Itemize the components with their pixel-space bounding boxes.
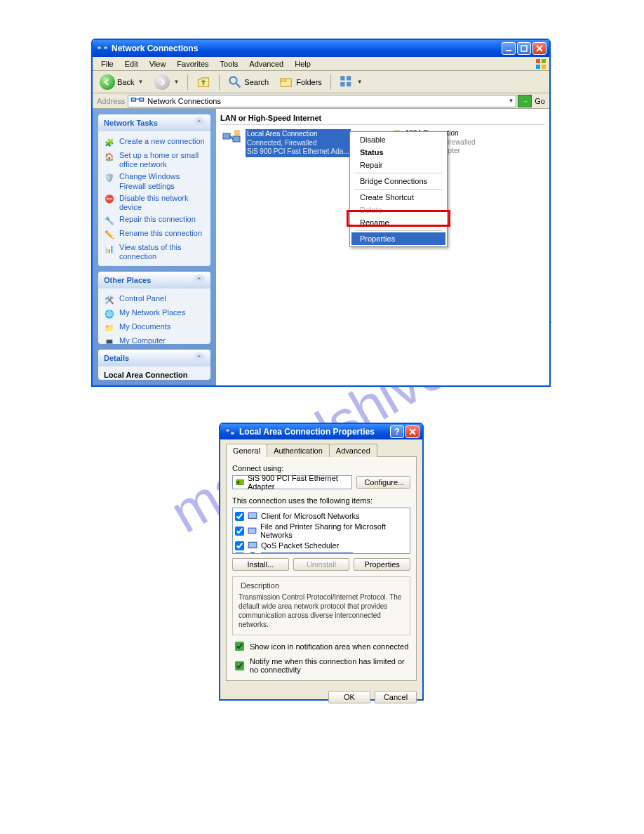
titlebar[interactable]: Network Connections <box>93 40 549 57</box>
link-my-documents[interactable]: 📁My Documents <box>104 321 205 335</box>
separator <box>354 230 443 231</box>
search-button[interactable]: Search <box>224 73 273 91</box>
address-value: Network Connections <box>147 97 221 105</box>
windows-flag-icon <box>535 58 546 70</box>
cancel-button[interactable]: Cancel <box>375 691 417 703</box>
menu-favorites[interactable]: Favorites <box>171 58 214 70</box>
svg-rect-25 <box>235 131 239 135</box>
menu-edit[interactable]: Edit <box>119 58 144 70</box>
notify-checkbox-row[interactable]: Notify me when this connection has limit… <box>232 657 410 674</box>
menu-help[interactable]: Help <box>289 58 316 70</box>
install-button[interactable]: Install... <box>232 558 289 571</box>
ctx-bridge[interactable]: Bridge Connections <box>351 175 445 187</box>
connection-name: Local Area Connection <box>247 130 349 139</box>
address-label: Address <box>94 97 128 105</box>
control-panel-icon: 🛠️ <box>104 294 115 305</box>
back-button[interactable]: Back ▼ <box>95 73 147 91</box>
svg-rect-17 <box>340 82 344 86</box>
task-disable-device[interactable]: ⛔Disable this network device <box>104 192 205 213</box>
ctx-create-shortcut[interactable]: Create Shortcut <box>351 191 445 204</box>
item-client-ms-networks[interactable]: Client for Microsoft Networks <box>235 510 408 522</box>
task-rename-connection[interactable]: ✏️Rename this connection <box>104 227 205 241</box>
minimize-button[interactable] <box>502 42 516 55</box>
item-file-printer-sharing[interactable]: File and Printer Sharing for Microsoft N… <box>235 522 408 540</box>
menu-advanced[interactable]: Advanced <box>243 58 289 70</box>
tab-general[interactable]: General <box>226 444 267 457</box>
svg-rect-1 <box>104 46 107 49</box>
link-my-computer[interactable]: 💻My Computer <box>104 335 205 343</box>
separator <box>330 74 331 90</box>
details-value: Local Area Connection <box>98 366 210 380</box>
help-button[interactable]: ? <box>390 425 404 438</box>
address-field[interactable]: Network Connections ▼ <box>128 95 516 107</box>
checkbox[interactable] <box>235 527 244 536</box>
go-button[interactable]: → <box>518 95 532 107</box>
show-icon-checkbox-row[interactable]: Show icon in notification area when conn… <box>232 640 410 653</box>
task-firewall-settings[interactable]: 🛡️Change Windows Firewall settings <box>104 171 205 192</box>
item-qos-scheduler[interactable]: QoS Packet Scheduler <box>235 540 408 551</box>
checkbox[interactable] <box>235 541 244 550</box>
checkbox[interactable] <box>235 552 244 555</box>
ok-button[interactable]: OK <box>328 691 370 703</box>
dropdown-arrow-icon[interactable]: ▼ <box>508 98 514 104</box>
menu-view[interactable]: View <box>144 58 172 70</box>
client-icon <box>248 511 257 521</box>
checkbox[interactable] <box>235 512 244 521</box>
menu-file[interactable]: File <box>95 58 119 70</box>
item-tcpip[interactable]: Internet Protocol (TCP/IP) <box>235 551 408 554</box>
home-network-icon: 🏠 <box>104 151 115 162</box>
separator <box>219 74 220 90</box>
collapse-button[interactable]: ⌃ <box>194 352 205 364</box>
svg-rect-36 <box>238 481 240 483</box>
link-control-panel[interactable]: 🛠️Control Panel <box>104 293 205 307</box>
close-button[interactable] <box>405 425 420 438</box>
ctx-rename[interactable]: Rename <box>351 216 445 229</box>
maximize-button[interactable] <box>517 42 531 55</box>
firewall-icon: 🛡️ <box>104 172 115 183</box>
ctx-disable[interactable]: Disable <box>351 133 445 146</box>
folder-up-icon <box>196 75 210 89</box>
svg-rect-20 <box>140 98 144 100</box>
svg-rect-14 <box>281 79 286 81</box>
up-button[interactable] <box>192 73 215 91</box>
task-create-connection[interactable]: 🧩Create a new connection <box>104 135 205 150</box>
folders-button[interactable]: Folders <box>276 73 326 91</box>
task-view-status[interactable]: 📊View status of this connection <box>104 241 205 263</box>
group-header: LAN or High-Speed Internet <box>220 112 545 125</box>
tab-authentication[interactable]: Authentication <box>267 444 330 457</box>
network-adapter-icon <box>222 129 241 149</box>
connection-items-list[interactable]: Client for Microsoft Networks File and P… <box>232 508 410 554</box>
other-places-panel: Other Places ⌃ 🛠️Control Panel 🌐My Netwo… <box>98 272 210 343</box>
task-repair-connection[interactable]: 🔧Repair this connection <box>104 213 205 227</box>
forward-button[interactable]: ▼ <box>150 73 183 91</box>
separator <box>354 189 443 190</box>
search-label: Search <box>244 78 269 86</box>
views-button[interactable]: ▼ <box>335 73 367 91</box>
ctx-repair[interactable]: Repair <box>351 159 445 171</box>
task-setup-network[interactable]: 🏠Set up a home or small office network <box>104 150 205 171</box>
menu-tools[interactable]: Tools <box>215 58 244 70</box>
protocol-icon <box>248 552 257 554</box>
dialog-titlebar[interactable]: Local Area Connection Properties ? <box>220 424 422 439</box>
panel-title: Details <box>104 354 129 362</box>
configure-button[interactable]: Configure... <box>356 476 410 489</box>
connection-status: Connected, Firewalled <box>247 139 349 148</box>
collapse-button[interactable]: ⌃ <box>194 117 205 128</box>
svg-rect-7 <box>536 59 540 63</box>
collapse-button[interactable]: ⌃ <box>194 274 205 286</box>
task-change-settings[interactable]: 📝Change settings of this connection <box>104 263 205 267</box>
adapter-name: SiS 900 PCI Fast Ethernet Adapter <box>248 474 349 491</box>
properties-button[interactable]: Properties <box>354 558 410 571</box>
ctx-properties[interactable]: Properties <box>351 232 445 245</box>
connection-icon <box>224 426 236 437</box>
details-panel: Details ⌃ Local Area Connection <box>98 350 210 380</box>
ctx-status[interactable]: Status <box>351 146 445 159</box>
separator <box>187 74 188 90</box>
svg-rect-8 <box>542 59 546 63</box>
checkbox[interactable] <box>235 642 244 651</box>
connection-local-area[interactable]: Local Area Connection Connected, Firewal… <box>220 128 368 159</box>
checkbox[interactable] <box>235 661 244 670</box>
link-network-places[interactable]: 🌐My Network Places <box>104 307 205 321</box>
close-button[interactable] <box>532 42 546 55</box>
tab-advanced[interactable]: Advanced <box>329 444 377 457</box>
